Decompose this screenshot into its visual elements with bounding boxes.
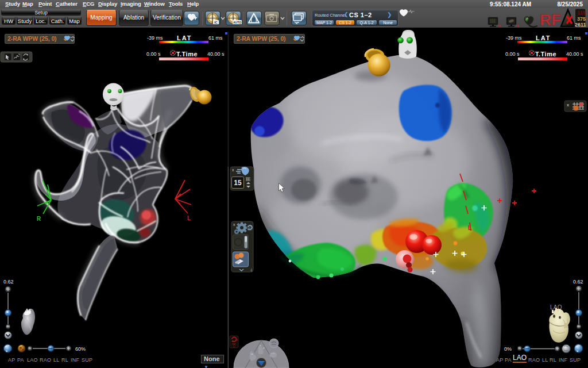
svg-text:15: 15 [234,179,242,187]
svg-text:x: x [233,223,235,227]
svg-text:x: x [567,102,569,108]
svg-text:x: x [232,168,234,172]
